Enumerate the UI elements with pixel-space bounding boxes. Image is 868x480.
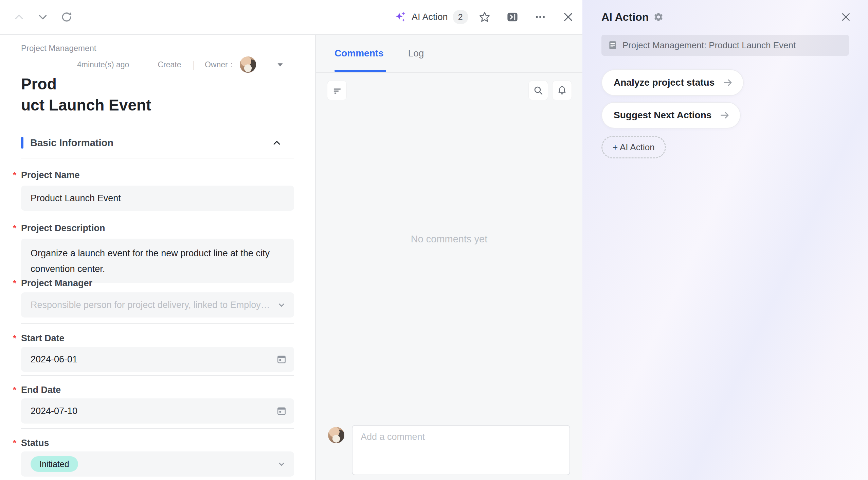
updated-time: 4minute(s) ago [77,60,129,69]
section-basic-information: Basic Information [21,136,294,150]
field-label-end-date: * End Date [13,384,294,396]
record-meta-row: 4minute(s) ago Create ｜ Owner： [21,56,294,73]
chevron-up-icon [13,11,25,23]
arrow-right-icon [722,77,734,88]
start-date-calendar-button[interactable] [276,354,287,364]
close-record-button[interactable] [562,11,574,23]
next-record-button[interactable] [37,11,49,23]
record-title-line1: Prod [21,73,294,95]
chevron-down-icon [276,459,287,469]
comment-composer [316,425,582,475]
previous-record-button[interactable] [13,11,25,23]
chevron-down-icon [276,300,287,310]
owner-dropdown-button[interactable] [276,60,285,69]
add-ai-action-button[interactable]: + AI Action [601,136,666,158]
record-panel: Project Management 4minute(s) ago Create… [0,35,316,480]
filter-comments-button[interactable] [327,81,346,100]
caret-down-icon [276,60,285,69]
ai-action-toolbar-label[interactable]: AI Action [412,12,448,22]
section-title: Basic Information [30,137,113,149]
search-icon [533,85,544,96]
calendar-icon [276,354,287,364]
status-badge: Initiated [31,456,78,472]
ai-context-text: Project Management: Product Launch Event [622,40,796,51]
field-label-project-name: * Project Name [13,169,294,181]
gear-icon [653,12,664,22]
record-title: Prod uct Launch Event [21,73,294,116]
arrow-right-icon [719,109,730,121]
active-tab-underline [334,70,386,72]
top-toolbar: AI Action 2 [0,0,582,35]
field-label-project-description: * Project Description [13,222,294,234]
field-label-start-date: * Start Date [13,332,294,344]
favorite-button[interactable] [478,11,491,23]
star-icon [478,11,491,23]
ai-action-count-badge: 2 [453,10,468,24]
owner-label: Owner： [205,59,236,70]
chevron-up-icon [271,137,282,148]
ai-action-analyze-project-status[interactable]: Analyze project status [601,69,744,96]
tab-log[interactable]: Log [408,48,424,59]
field-project-name[interactable]: Product Launch Event [21,186,294,211]
ai-panel-title: AI Action [601,11,649,23]
record-detail-window: AI Action 2 Project Management [0,0,868,480]
close-ai-panel-button[interactable] [840,11,852,23]
notifications-button[interactable] [553,81,572,100]
breadcrumb: Project Management [21,44,294,53]
field-status[interactable]: Initiated [21,451,294,477]
document-icon [608,40,618,50]
required-mark: * [13,222,21,234]
start-date-value: 2024-06-01 [31,354,77,365]
field-label-project-manager: * Project Manager [13,277,294,289]
end-date-value: 2024-07-10 [31,406,77,416]
required-mark: * [13,437,21,449]
project-name-value: Product Launch Event [31,193,121,204]
refresh-button[interactable] [60,11,73,23]
ai-action-suggest-next-actions[interactable]: Suggest Next Actions [601,102,741,128]
side-panel-icon [506,11,519,23]
required-mark: * [13,384,21,396]
empty-comments-message: No comments yet [316,234,582,245]
project-description-value: Organize a launch event for the new prod… [31,245,278,277]
ai-context-chip: Project Management: Product Launch Event [601,35,849,56]
comments-panel: Comments Log [316,35,582,480]
status-dropdown-button[interactable] [276,459,287,469]
bell-icon [557,85,567,96]
calendar-icon [276,406,287,416]
field-divider [21,375,294,376]
chevron-down-icon [37,11,49,23]
comment-input[interactable] [352,425,570,475]
close-icon [562,11,574,23]
ai-panel-header: AI Action [601,9,849,25]
field-project-manager[interactable]: Responsible person for project delivery,… [21,292,294,318]
required-mark: * [13,332,21,344]
comments-tabstrip: Comments Log [316,35,582,73]
field-label-status: * Status [13,437,294,449]
section-divider [21,158,294,158]
required-mark: * [13,169,21,181]
project-manager-placeholder: Responsible person for project delivery,… [31,300,285,310]
required-mark: * [13,277,21,289]
side-panel-toggle-button[interactable] [506,11,519,23]
search-comments-button[interactable] [529,81,548,100]
tab-comments[interactable]: Comments [334,48,384,59]
more-actions-button[interactable] [534,11,546,23]
ai-settings-button[interactable] [653,12,664,22]
ellipsis-icon [534,11,546,23]
field-start-date[interactable]: 2024-06-01 [21,347,294,372]
comments-toolbar [316,81,582,100]
owner-avatar[interactable] [240,56,256,73]
project-manager-dropdown-button[interactable] [276,300,287,310]
field-project-description[interactable]: Organize a launch event for the new prod… [21,239,294,283]
ai-sparkle-icon [395,11,407,23]
create-label: Create [158,60,181,69]
current-user-avatar [328,427,344,443]
field-end-date[interactable]: 2024-07-10 [21,398,294,424]
refresh-icon [60,11,73,23]
section-accent-bar [21,137,23,149]
end-date-calendar-button[interactable] [276,406,287,416]
section-collapse-button[interactable] [271,137,282,148]
field-divider [21,428,294,429]
filter-icon [331,85,342,96]
field-divider [21,323,294,324]
